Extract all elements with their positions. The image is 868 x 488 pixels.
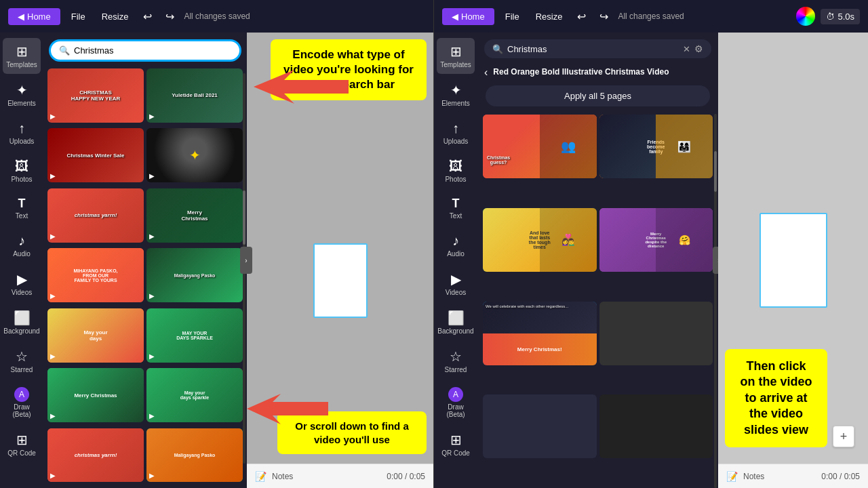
timer-icon: ⏱ [826, 12, 835, 22]
file-label-left: File [71, 12, 85, 22]
sidebar-item-text-right[interactable]: T Text [437, 191, 475, 225]
play-icon-5: ▶ [50, 232, 56, 240]
text-icon-right: T [452, 197, 460, 211]
back-button-right[interactable]: ‹ [484, 66, 488, 79]
template-right-1[interactable]: Christmasguess? 👥 [483, 115, 597, 178]
sidebar-item-templates-left[interactable]: ⊞ Templates [3, 38, 41, 74]
redo-button-right[interactable]: ↪ [595, 9, 612, 24]
template-right-2[interactable]: Friendsbecomefamily 👨‍👩‍👧 [599, 115, 713, 178]
notes-label-right: Notes [743, 472, 764, 481]
bottom-bar-left: 📝 Notes 0:00 / 0:05 [247, 464, 433, 488]
home-label-right: Home [461, 12, 485, 22]
sidebar-item-uploads-left[interactable]: ↑ Uploads [3, 115, 41, 150]
file-button-left[interactable]: File [66, 9, 91, 24]
template-thumb-11[interactable]: Merry Christmas ▶ [47, 368, 144, 422]
chevron-left-icon: ◀ [18, 12, 24, 22]
collapse-handle-left[interactable]: › [240, 247, 252, 274]
qrcode-label-right: QR Code [441, 449, 470, 457]
apply-all-label: Apply all 5 pages [564, 91, 631, 101]
elements-label-right: Elements [441, 100, 470, 107]
notes-icon-left: 📝 [255, 471, 267, 482]
apply-all-button[interactable]: Apply all 5 pages [486, 85, 710, 106]
sidebar-item-photos-right[interactable]: 🖼 Photos [437, 153, 475, 188]
notes-label-left: Notes [272, 472, 293, 481]
sidebar-item-starred-left[interactable]: ☆ Starred [3, 343, 41, 379]
templates-label-left: Templates [6, 61, 37, 68]
undo-button-right[interactable]: ↩ [573, 9, 590, 24]
search-clear-right[interactable]: ✕ [683, 44, 690, 54]
template-title-right: Red Orange Bold Illustrative Christmas V… [493, 66, 711, 78]
template-thumb-3[interactable]: Christmas Winter Sale ▶ [47, 128, 144, 182]
play-icon-8: ▶ [149, 292, 155, 300]
template-right-3[interactable]: And lovethat laststhe toughtimes 👩‍❤️‍👨 [483, 208, 597, 272]
template-thumb-14[interactable]: Maligayang Pasko ▶ [146, 428, 243, 483]
template-right-6[interactable] [599, 302, 713, 365]
videos-label-right: Videos [446, 289, 466, 296]
resize-button-right[interactable]: Resize [530, 9, 568, 24]
draw-icon-right: A [448, 387, 463, 402]
template-thumb-10[interactable]: MAY YOURDAYS SPARKLE ▶ [146, 308, 243, 363]
text-label-right: Text [450, 212, 462, 220]
template-right-7[interactable] [483, 394, 597, 458]
red-arrow-left [254, 70, 349, 106]
template-grid-left: CHRISTMASHAPPY NEW YEAR ▶ Yuletide Ball … [43, 66, 247, 488]
sidebar-item-background-left[interactable]: ⬜ Background [3, 304, 41, 340]
template-thumb-8[interactable]: Maligayang Pasko ▶ [146, 248, 243, 302]
qrcode-label-left: QR Code [7, 449, 36, 457]
videos-label-left: Videos [12, 289, 32, 296]
template-thumb-9[interactable]: May yourdays ▶ [47, 308, 144, 363]
search-icon-right: 🔍 [492, 44, 503, 54]
sidebar-item-uploads-right[interactable]: ↑ Uploads [437, 115, 475, 150]
sidebar-item-starred-right[interactable]: ☆ Starred [437, 343, 475, 379]
search-bar-left[interactable]: 🔍 [49, 39, 241, 62]
template-right-8[interactable] [599, 394, 713, 458]
audio-icon-right: ♪ [452, 233, 459, 249]
sidebar-item-background-right[interactable]: ⬜ Background [437, 304, 475, 340]
template-thumb-13[interactable]: christmas yarrn! ▶ [47, 428, 144, 483]
home-button-left[interactable]: ◀ Home [8, 8, 60, 25]
sidebar-item-draw-left[interactable]: A Draw (Beta) [3, 382, 41, 424]
sidebar-item-videos-left[interactable]: ▶ Videos [3, 266, 41, 302]
play-icon-10: ▶ [149, 352, 155, 360]
elements-icon-right: ✦ [450, 82, 462, 98]
sidebar-item-videos-right[interactable]: ▶ Videos [437, 266, 475, 302]
sidebar-item-text-left[interactable]: T Text [3, 191, 41, 225]
add-page-button[interactable]: + [833, 426, 854, 447]
redo-button-left[interactable]: ↪ [161, 9, 178, 24]
red-arrow-scroll [247, 394, 328, 427]
sidebar-item-draw-right[interactable]: A Draw (Beta) [437, 382, 475, 424]
play-icon-12: ▶ [149, 412, 155, 420]
template-thumb-7[interactable]: MIHAYANG PASKO,FROM OURFAMILY TO YOURS ▶ [47, 248, 144, 302]
template-right-4[interactable]: MerryChristmasdespite thedistance 🤗 [599, 208, 713, 272]
sidebar-item-qrcode-left[interactable]: ⊞ QR Code [3, 426, 41, 462]
sidebar-item-templates-right[interactable]: ⊞ Templates [437, 38, 475, 74]
time-display-left: 0:00 / 0:05 [387, 472, 425, 481]
search-input-left[interactable] [74, 45, 231, 56]
sidebar-item-qrcode-right[interactable]: ⊞ QR Code [437, 426, 475, 462]
photos-icon-left: 🖼 [15, 159, 28, 174]
collapse-handle-right[interactable]: › [713, 247, 718, 274]
sidebar-item-audio-left[interactable]: ♪ Audio [3, 228, 41, 263]
resize-button-left[interactable]: Resize [96, 9, 134, 24]
template-thumb-5[interactable]: christmas yarrn! ▶ [47, 188, 144, 243]
template-thumb-12[interactable]: May yourdays sparkle ▶ [146, 368, 243, 422]
color-palette-button[interactable] [796, 7, 815, 26]
sidebar-item-elements-right[interactable]: ✦ Elements [437, 77, 475, 113]
sidebar-item-elements-left[interactable]: ✦ Elements [3, 77, 41, 113]
template-thumb-6[interactable]: MerryChristmas ▶ [146, 188, 243, 243]
search-filter-right[interactable]: ⚙ [694, 43, 703, 54]
background-label-left: Background [3, 327, 39, 335]
template-right-5[interactable]: We will celebrate with each other regard… [483, 302, 597, 365]
sidebar-item-audio-right[interactable]: ♪ Audio [437, 228, 475, 263]
videos-icon-right: ▶ [451, 271, 461, 287]
template-thumb-1[interactable]: CHRISTMASHAPPY NEW YEAR ▶ [47, 68, 144, 123]
file-button-right[interactable]: File [500, 9, 525, 24]
home-button-right[interactable]: ◀ Home [442, 8, 494, 25]
starred-icon-right: ☆ [450, 348, 462, 365]
undo-button-left[interactable]: ↩ [139, 9, 156, 24]
sidebar-item-photos-left[interactable]: 🖼 Photos [3, 153, 41, 188]
template-thumb-2[interactable]: Yuletide Ball 2021 ▶ [146, 68, 243, 123]
play-icon-11: ▶ [50, 412, 56, 420]
search-input-right[interactable] [507, 44, 679, 54]
template-thumb-4[interactable]: ✦ ▶ [146, 128, 243, 182]
